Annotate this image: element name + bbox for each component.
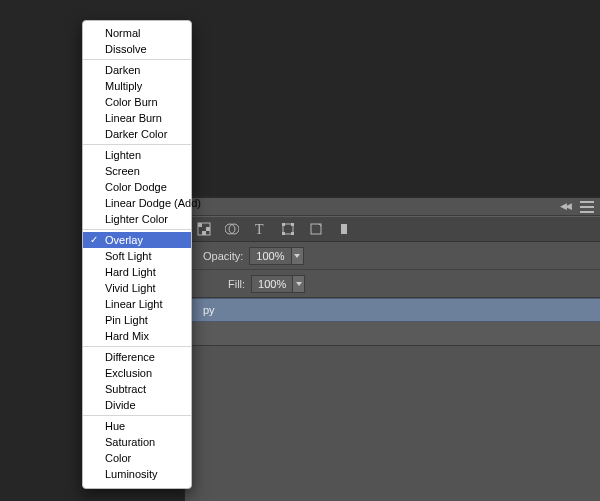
- lock-fill-row: Fill: 100%: [185, 270, 600, 298]
- svg-text:T: T: [255, 222, 264, 236]
- blend-mode-label: Darker Color: [105, 128, 167, 140]
- svg-rect-9: [291, 223, 294, 226]
- blend-mode-item-dissolve[interactable]: Dissolve: [83, 41, 191, 57]
- blend-mode-label: Pin Light: [105, 314, 148, 326]
- blend-mode-item-screen[interactable]: Screen: [83, 163, 191, 179]
- blend-mode-label: Color Dodge: [105, 181, 167, 193]
- svg-rect-3: [202, 231, 206, 235]
- blend-mode-item-hard-light[interactable]: Hard Light: [83, 264, 191, 280]
- svg-rect-10: [282, 232, 285, 235]
- blend-mode-item-multiply[interactable]: Multiply: [83, 78, 191, 94]
- blend-mode-item-soft-light[interactable]: Soft Light: [83, 248, 191, 264]
- checkmark-icon: ✓: [90, 233, 98, 247]
- blend-mode-item-color-burn[interactable]: Color Burn: [83, 94, 191, 110]
- blend-mode-label: Linear Light: [105, 298, 163, 310]
- blend-mode-item-divide[interactable]: Divide: [83, 397, 191, 413]
- blend-mode-label: Difference: [105, 351, 155, 363]
- blend-mode-item-overlay[interactable]: ✓Overlay: [83, 232, 191, 248]
- opacity-field[interactable]: 100%: [249, 247, 291, 265]
- collapse-icon[interactable]: ◀◀: [560, 202, 570, 211]
- opacity-label: Opacity:: [203, 250, 243, 262]
- blend-mode-item-darker-color[interactable]: Darker Color: [83, 126, 191, 142]
- blend-mode-item-hue[interactable]: Hue: [83, 418, 191, 434]
- blend-mode-label: Normal: [105, 27, 140, 39]
- blend-mode-label: Dissolve: [105, 43, 147, 55]
- blend-mode-label: Vivid Light: [105, 282, 156, 294]
- blend-mode-item-pin-light[interactable]: Pin Light: [83, 312, 191, 328]
- svg-rect-8: [282, 223, 285, 226]
- blend-mode-item-normal[interactable]: Normal: [83, 25, 191, 41]
- blend-mode-item-linear-light[interactable]: Linear Light: [83, 296, 191, 312]
- svg-rect-13: [341, 224, 347, 234]
- blend-mode-item-difference[interactable]: Difference: [83, 349, 191, 365]
- chevron-down-icon: [294, 254, 300, 258]
- blend-mode-menu: NormalDissolveDarkenMultiplyColor BurnLi…: [82, 20, 192, 489]
- blend-mode-label: Exclusion: [105, 367, 152, 379]
- fill-field[interactable]: 100%: [251, 275, 293, 293]
- fill-label: Fill:: [228, 278, 245, 290]
- blend-mode-item-darken[interactable]: Darken: [83, 62, 191, 78]
- fill-dropdown-button[interactable]: [293, 275, 305, 293]
- blend-mode-label: Hue: [105, 420, 125, 432]
- filter-adjustment-icon[interactable]: [223, 220, 241, 238]
- blend-mode-label: Soft Light: [105, 250, 151, 262]
- blend-mode-item-lighten[interactable]: Lighten: [83, 147, 191, 163]
- filter-smartobject-icon[interactable]: [307, 220, 325, 238]
- blend-mode-item-subtract[interactable]: Subtract: [83, 381, 191, 397]
- layer-row[interactable]: [185, 322, 600, 346]
- blend-mode-label: Luminosity: [105, 468, 158, 480]
- blend-mode-item-linear-burn[interactable]: Linear Burn: [83, 110, 191, 126]
- blend-mode-label: Hard Mix: [105, 330, 149, 342]
- blend-mode-label: Hard Light: [105, 266, 156, 278]
- opacity-dropdown-button[interactable]: [292, 247, 304, 265]
- layer-name: py: [203, 304, 215, 316]
- menu-separator: [83, 346, 191, 347]
- layer-row-selected[interactable]: py: [185, 298, 600, 322]
- blend-mode-item-saturation[interactable]: Saturation: [83, 434, 191, 450]
- panel-menu-icon[interactable]: [580, 201, 594, 213]
- chevron-down-icon: [296, 282, 302, 286]
- blend-mode-label: Subtract: [105, 383, 146, 395]
- layers-panel: ◀◀ T Opacity: 100% Fill: 100% py: [185, 197, 600, 501]
- svg-rect-1: [198, 223, 202, 227]
- blend-mode-label: Color: [105, 452, 131, 464]
- filter-type-icon[interactable]: T: [251, 220, 269, 238]
- blend-mode-item-linear-dodge-add-[interactable]: Linear Dodge (Add): [83, 195, 191, 211]
- blend-mode-label: Multiply: [105, 80, 142, 92]
- filter-shape-icon[interactable]: [279, 220, 297, 238]
- menu-separator: [83, 415, 191, 416]
- svg-rect-12: [311, 224, 321, 234]
- filter-pixel-icon[interactable]: [195, 220, 213, 238]
- blend-mode-item-color[interactable]: Color: [83, 450, 191, 466]
- blend-mode-item-lighter-color[interactable]: Lighter Color: [83, 211, 191, 227]
- blend-mode-label: Darken: [105, 64, 140, 76]
- blend-mode-item-vivid-light[interactable]: Vivid Light: [83, 280, 191, 296]
- blend-mode-label: Linear Burn: [105, 112, 162, 124]
- panel-topbar: ◀◀: [185, 198, 600, 216]
- menu-separator: [83, 229, 191, 230]
- blend-mode-label: Screen: [105, 165, 140, 177]
- blend-mode-item-exclusion[interactable]: Exclusion: [83, 365, 191, 381]
- blend-mode-label: Color Burn: [105, 96, 158, 108]
- svg-rect-2: [206, 227, 210, 231]
- filter-rect-icon[interactable]: [335, 220, 353, 238]
- menu-separator: [83, 59, 191, 60]
- blend-mode-label: Lighten: [105, 149, 141, 161]
- blend-mode-label: Linear Dodge (Add): [105, 197, 201, 209]
- blend-mode-label: Overlay: [105, 234, 143, 246]
- blend-mode-label: Divide: [105, 399, 136, 411]
- blend-mode-label: Lighter Color: [105, 213, 168, 225]
- blend-mode-item-luminosity[interactable]: Luminosity: [83, 466, 191, 482]
- blend-mode-item-hard-mix[interactable]: Hard Mix: [83, 328, 191, 344]
- svg-rect-11: [291, 232, 294, 235]
- blend-mode-item-color-dodge[interactable]: Color Dodge: [83, 179, 191, 195]
- blend-mode-label: Saturation: [105, 436, 155, 448]
- blend-opacity-row: Opacity: 100%: [185, 242, 600, 270]
- layer-filter-toolbar: T: [185, 216, 600, 242]
- menu-separator: [83, 144, 191, 145]
